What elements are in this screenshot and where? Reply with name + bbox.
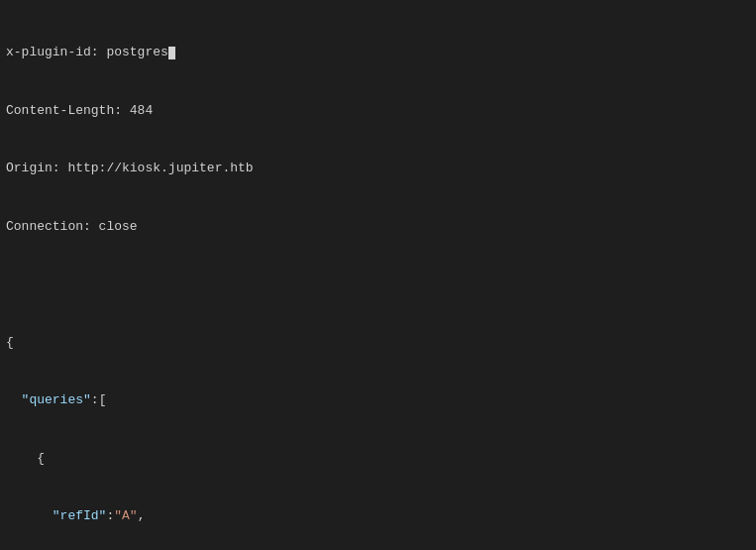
line-refid: "refId":"A", <box>6 506 750 526</box>
line-header3: Origin: http://kiosk.jupiter.htb <box>6 159 750 178</box>
line-brace-open: { <box>6 333 750 353</box>
line-queries: "queries":[ <box>6 390 750 410</box>
line-blank <box>6 275 750 294</box>
terminal-output: x-plugin-id: postgres Content-Length: 48… <box>0 0 756 550</box>
line-header2: Content-Length: 484 <box>6 101 750 121</box>
line-header4: Connection: close <box>6 217 750 237</box>
line-header1: x-plugin-id: postgres <box>6 43 750 62</box>
line-arr-open: { <box>6 449 750 469</box>
